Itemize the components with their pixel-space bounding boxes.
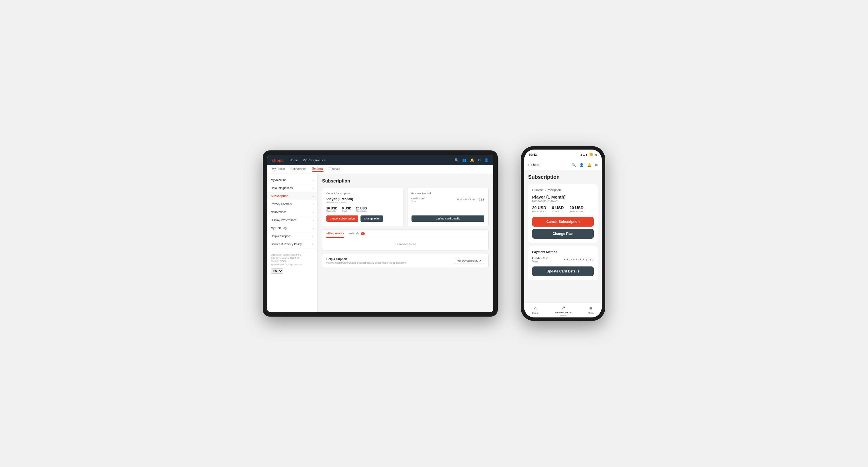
battery-icon: 85 [594,153,597,156]
phone-credit: 0 USD Credit [552,206,564,213]
payment-method-card: Payment Method Credit Card Visa **** ***… [407,188,489,226]
sidebar-item-data-integrations[interactable]: Data Integrations › [267,184,317,192]
subnav-settings[interactable]: Settings [312,167,323,172]
payment-type-block: Credit Card Visa [411,197,425,203]
tablet-nav-performance[interactable]: My Performance [303,158,326,162]
person-icon[interactable]: 👤 [580,163,584,167]
phone-change-plan-button[interactable]: Change Plan [532,229,594,239]
phone-content: Subscription Current Subscription Player… [524,170,602,303]
phone-payment-type-block: Credit Card Visa [532,256,548,263]
phone-card-number: **** **** **** 4242 [564,258,594,261]
back-button[interactable]: ‹ < Back [528,163,539,166]
payment-info: Credit Card Visa **** **** **** 4242 [411,197,485,203]
chevron-right-icon: › [313,219,314,222]
amount-due-label: Amount due [356,210,367,212]
phone-header: ‹ < Back 🔍 👤 🔔 ⊕ [524,160,602,170]
help-text-block: Help & Support Visit the Clippd Communit… [327,257,406,264]
sidebar-item-my-account[interactable]: My Account › [267,176,317,184]
phone-device: 10:43 ▲▲▲ 📶 85 ‹ < Back 🔍 👤 🔔 ⊕ Subscrip… [521,146,605,321]
phone-status-bar: 10:43 ▲▲▲ 📶 85 [524,150,602,160]
phone-nav-performance[interactable]: ↗ My Performance [555,305,572,315]
sidebar-footer: Clippd Client Version: 2023.07.6-8 GQL S… [267,251,317,276]
subscription-buttons: Cancel Subscription Change Plan [327,215,400,222]
phone-time: 10:43 [529,153,537,156]
search-icon[interactable]: 🔍 [455,158,459,162]
tablet-logo: clippd [272,158,284,162]
phone-base-price: 20 USD Base price [532,206,546,213]
sidebar-item-notifications[interactable]: Notifications › [267,208,317,216]
chevron-right-icon: › [313,195,314,198]
phone-nav-menu[interactable]: ≡ Menu [588,306,593,314]
visit-community-button[interactable]: Visit Our Community ↗ [454,258,484,264]
help-title: Help & Support [327,257,406,261]
referrals-badge: 0 [361,232,365,235]
base-price-label: Base price [327,210,338,212]
chevron-right-icon: › [313,211,314,214]
tablet-top-nav: clippd Home My Performance 🔍 👥 🔔 ⚙ 👤 [267,155,493,165]
phone-update-card-button[interactable]: Update Card Details [532,267,594,276]
credit-label: Credit [342,210,351,212]
phone-prices: 20 USD Base price 0 USD Credit 20 USD Am… [532,206,594,213]
chevron-right-icon: › [313,227,314,230]
phone-payment-label: Payment Method [532,250,594,254]
tablet-device: clippd Home My Performance 🔍 👥 🔔 ⚙ 👤 My … [263,150,498,317]
billing-empty-message: No Invoices Found [322,238,488,250]
people-icon[interactable]: 👥 [462,158,467,162]
subnav-tutorials[interactable]: Tutorials [329,167,340,172]
tablet-body: My Account › Data Integrations › Subscri… [267,174,493,312]
sidebar-item-privacy-controls[interactable]: Privacy Controls › [267,200,317,208]
tablet-main-content: Subscription Current Subscription Player… [317,174,493,312]
renews-date: Renews on 25/07/23 [327,201,400,204]
subnav-my-profile[interactable]: My Profile [272,167,284,172]
search-icon[interactable]: 🔍 [572,163,576,167]
phone-bottom-nav: ⌂ Home ↗ My Performance ≡ Menu [524,303,602,317]
phone-page-title: Subscription [528,174,598,180]
bell-icon[interactable]: 🔔 [587,163,591,167]
phone-payment-card: Payment Method Credit Card Visa **** ***… [528,246,598,280]
cancel-subscription-button[interactable]: Cancel Subscription [327,215,358,222]
billing-card: Billing History Referrals 0 No Invoices … [322,229,489,250]
phone-cancel-subscription-button[interactable]: Cancel Subscription [532,217,594,227]
phone-subscription-card: Current Subscription Player (1 Month) Re… [528,184,598,243]
tablet-sub-nav: My Profile Connections Settings Tutorial… [267,165,493,174]
sidebar-item-my-golf-bag[interactable]: My Golf Bag › [267,224,317,232]
sidebar-item-help-support[interactable]: Help & Support ↗ [267,232,317,240]
phone-payment-type: Credit Card [532,256,548,260]
page-title: Subscription [322,179,489,184]
amount-due-item: 20 USD Amount due [356,207,367,212]
change-plan-button[interactable]: Change Plan [361,215,383,222]
avatar-icon[interactable]: 👤 [484,158,489,162]
language-selector[interactable]: EN [271,269,314,274]
billing-history-tab[interactable]: Billing History [327,230,344,238]
chevron-right-icon: › [313,187,314,190]
update-card-button[interactable]: Update Card Details [411,215,485,222]
phone-amount-due: 20 USD Amount due [569,206,584,213]
phone-nav-home[interactable]: ⌂ Home [532,306,538,314]
price-row: 20 USD Base price 0 USD Credit 20 USD Am… [327,207,400,212]
credit-value: 0 USD [342,207,351,210]
plus-icon[interactable]: ⊕ [595,163,598,167]
external-link-icon: ↗ [312,235,314,238]
settings-icon[interactable]: ⚙ [478,158,481,162]
sidebar-item-subscription[interactable]: Subscription › [267,192,317,200]
tablet-nav-home[interactable]: Home [289,158,298,162]
phone-plan-name: Player (1 Month) [532,194,594,199]
payment-type: Credit Card [411,197,425,200]
language-dropdown[interactable]: EN [271,269,283,274]
base-price-item: 20 USD Base price [327,207,338,212]
sidebar-item-service-privacy[interactable]: Service & Privacy Policy ↗ [267,240,317,248]
referrals-tab[interactable]: Referrals 0 [348,230,365,238]
credit-item: 0 USD Credit [342,207,351,212]
payment-brand: Visa [411,200,425,203]
current-subscription-label: Current Subscription [327,192,400,195]
sidebar-item-display-preferences[interactable]: Display Preferences › [267,216,317,224]
subnav-connections[interactable]: Connections [290,167,306,172]
phone-payment-row: Credit Card Visa **** **** **** 4242 [532,256,594,263]
cards-row: Current Subscription Player (1 Month) Re… [322,188,489,226]
phone-screen: 10:43 ▲▲▲ 📶 85 ‹ < Back 🔍 👤 🔔 ⊕ Subscrip… [524,150,602,317]
bell-icon[interactable]: 🔔 [470,158,474,162]
payment-method-label: Payment Method [411,192,485,195]
phone-subscription-label: Current Subscription [532,188,594,192]
external-link-icon: ↗ [312,243,314,246]
menu-icon: ≡ [589,306,592,311]
